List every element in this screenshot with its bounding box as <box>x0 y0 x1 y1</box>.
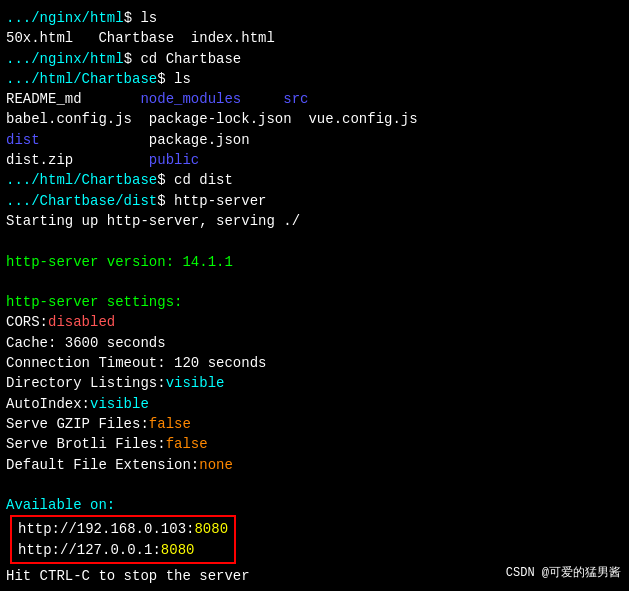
command: $ cd dist <box>157 170 233 190</box>
server-output: Starting up http-server, serving ./ <box>6 211 300 231</box>
ls-output <box>241 89 283 109</box>
ls-output: src <box>283 89 308 109</box>
command: $ cd Chartbase <box>124 49 242 69</box>
prompt-path: .../html/Chartbase <box>6 170 157 190</box>
url-port-1: 8080 <box>194 519 228 539</box>
setting-label: Directory Listings: <box>6 373 166 393</box>
terminal-line: Starting up http-server, serving ./ <box>6 211 623 231</box>
command: $ ls <box>124 8 158 28</box>
terminal-line: .../nginx/html $ ls <box>6 8 623 28</box>
terminal-line: README_md node_modules src <box>6 89 623 109</box>
terminal-line: Default File Extension: none <box>6 455 623 475</box>
setting-label: Default File Extension: <box>6 455 199 475</box>
autoindex-value: visible <box>90 394 149 414</box>
watermark: CSDN @可爱的猛男酱 <box>506 564 621 581</box>
command: $ ls <box>157 69 191 89</box>
extension-value: none <box>199 455 233 475</box>
stop-server-text: Hit CTRL-C to stop the server <box>6 566 250 586</box>
prompt-path: .../nginx/html <box>6 49 124 69</box>
terminal-line: dist.zip public <box>6 150 623 170</box>
url-host-2: http://127.0.0.1: <box>18 540 161 560</box>
setting-label: Serve GZIP Files: <box>6 414 149 434</box>
setting-cache: Cache: 3600 seconds <box>6 333 166 353</box>
terminal-line: http-server version: 14.1.1 <box>6 252 623 272</box>
terminal-line: Cache: 3600 seconds <box>6 333 623 353</box>
url-line-1: http://192.168.0.103:8080 <box>18 519 228 539</box>
dir-listing-value: visible <box>166 373 225 393</box>
terminal-line: http-server settings: <box>6 292 623 312</box>
ls-output: dist.zip <box>6 150 149 170</box>
terminal: .../nginx/html $ ls 50x.html Chartbase i… <box>0 0 629 591</box>
setting-label: CORS: <box>6 312 48 332</box>
url-host-1: http://192.168.0.103: <box>18 519 194 539</box>
gzip-value: false <box>149 414 191 434</box>
terminal-line: CORS: disabled <box>6 312 623 332</box>
terminal-line: dist package.json <box>6 130 623 150</box>
prompt-path: .../html/Chartbase <box>6 69 157 89</box>
ls-output: README_md <box>6 89 140 109</box>
terminal-line: .../Chartbase/dist $ http-server <box>6 191 623 211</box>
setting-timeout: Connection Timeout: 120 seconds <box>6 353 266 373</box>
ls-output: package.json <box>40 130 250 150</box>
terminal-line: Directory Listings: visible <box>6 373 623 393</box>
cors-value: disabled <box>48 312 115 332</box>
ls-output: 50x.html Chartbase index.html <box>6 28 275 48</box>
url-box: http://192.168.0.103:8080 http://127.0.0… <box>10 515 236 564</box>
terminal-line: .../html/Chartbase $ cd dist <box>6 170 623 190</box>
terminal-line: .../nginx/html $ cd Chartbase <box>6 49 623 69</box>
ls-output: public <box>149 150 199 170</box>
ls-output: dist <box>6 130 40 150</box>
prompt-path: .../Chartbase/dist <box>6 191 157 211</box>
ls-output: node_modules <box>140 89 241 109</box>
terminal-line <box>6 475 623 495</box>
terminal-line <box>6 231 623 251</box>
setting-label: AutoIndex: <box>6 394 90 414</box>
terminal-line: babel.config.js package-lock.json vue.co… <box>6 109 623 129</box>
url-port-2: 8080 <box>161 540 195 560</box>
brotli-value: false <box>166 434 208 454</box>
terminal-line <box>6 272 623 292</box>
terminal-line: Connection Timeout: 120 seconds <box>6 353 623 373</box>
url-line-2: http://127.0.0.1:8080 <box>18 540 228 560</box>
ls-output: babel.config.js package-lock.json vue.co… <box>6 109 418 129</box>
available-on-label: Available on: <box>6 495 115 515</box>
terminal-line: Available on: <box>6 495 623 515</box>
settings-header: http-server settings: <box>6 292 182 312</box>
terminal-line: 50x.html Chartbase index.html <box>6 28 623 48</box>
terminal-line: .../html/Chartbase $ ls <box>6 69 623 89</box>
terminal-line: Serve Brotli Files: false <box>6 434 623 454</box>
command: $ http-server <box>157 191 266 211</box>
terminal-line: AutoIndex: visible <box>6 394 623 414</box>
server-version: http-server version: 14.1.1 <box>6 252 233 272</box>
terminal-line: Serve GZIP Files: false <box>6 414 623 434</box>
setting-label: Serve Brotli Files: <box>6 434 166 454</box>
prompt-path: .../nginx/html <box>6 8 124 28</box>
